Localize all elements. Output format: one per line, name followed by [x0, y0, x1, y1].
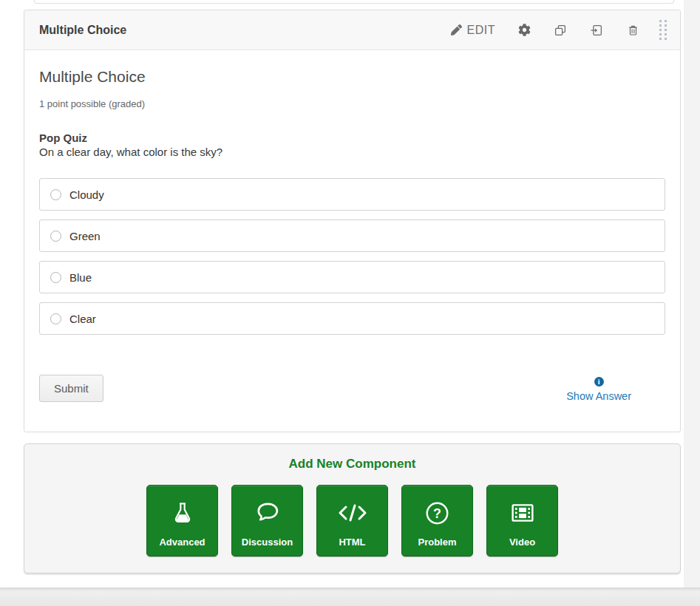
add-discussion-button[interactable]: Discussion [231, 485, 303, 556]
add-component-buttons: Advanced Discussion HTML [24, 485, 680, 556]
speech-bubble-icon [255, 498, 280, 528]
add-button-label: HTML [339, 537, 365, 548]
add-video-button[interactable]: Video [486, 485, 558, 556]
page-footer-strip [0, 588, 700, 606]
add-new-component-panel: Add New Component Advanced Discussion [24, 443, 681, 573]
component-title: Multiple Choice [39, 24, 451, 37]
radio-button[interactable] [50, 313, 61, 324]
choice-label: Clear [69, 313, 96, 325]
points-possible-text: 1 point possible (graded) [39, 98, 665, 110]
move-button[interactable] [589, 23, 604, 38]
add-advanced-button[interactable]: Advanced [146, 485, 218, 556]
duplicate-button[interactable] [553, 23, 568, 38]
problem-body: Multiple Choice 1 point possible (graded… [24, 50, 680, 432]
problem-actions-row: Submit i Show Answer [39, 375, 665, 402]
add-new-component-title: Add New Component [24, 457, 680, 471]
duplicate-icon [554, 24, 567, 37]
gear-icon [518, 24, 531, 36]
settings-button[interactable] [517, 23, 531, 38]
choice-row[interactable]: Clear [39, 302, 665, 335]
radio-button[interactable] [50, 231, 61, 242]
edit-button[interactable]: EDIT [451, 24, 495, 37]
choice-label: Blue [69, 271, 92, 284]
add-button-label: Problem [418, 537, 456, 548]
film-strip-icon [510, 498, 535, 528]
radio-button[interactable] [50, 189, 61, 200]
radio-button[interactable] [50, 272, 61, 283]
code-icon [338, 498, 367, 528]
choice-row[interactable]: Green [39, 219, 665, 252]
delete-button[interactable] [625, 23, 640, 38]
choice-row[interactable]: Cloudy [39, 178, 665, 211]
drag-handle-icon[interactable] [656, 17, 670, 43]
question-text: On a clear day, what color is the sky? [39, 145, 665, 159]
svg-text:?: ? [433, 505, 441, 520]
pencil-icon [451, 24, 462, 35]
add-html-button[interactable]: HTML [316, 485, 388, 556]
component-card: Multiple Choice EDIT [24, 10, 681, 432]
question-label: Pop Quiz [39, 131, 665, 145]
move-icon [590, 24, 603, 37]
show-answer-button[interactable]: Show Answer [566, 390, 631, 402]
problem-title: Multiple Choice [39, 68, 665, 86]
component-actions: EDIT [451, 17, 670, 43]
flask-icon [171, 498, 194, 528]
question-circle-icon: ? [425, 498, 449, 528]
submit-button[interactable]: Submit [39, 375, 103, 402]
add-problem-button[interactable]: ? Problem [401, 485, 473, 556]
add-button-label: Discussion [242, 537, 293, 548]
choice-label: Cloudy [69, 188, 104, 201]
add-button-label: Video [509, 537, 535, 548]
choice-label: Green [69, 230, 101, 242]
previous-component-edge [34, 0, 674, 4]
show-answer-block: i Show Answer [566, 377, 631, 402]
trash-icon [627, 24, 639, 37]
edit-button-label: EDIT [467, 24, 495, 37]
add-button-label: Advanced [159, 537, 205, 548]
choice-row[interactable]: Blue [39, 261, 665, 293]
page-right-gutter [684, 0, 700, 588]
component-card-header: Multiple Choice EDIT [24, 10, 680, 50]
info-icon[interactable]: i [594, 377, 604, 387]
